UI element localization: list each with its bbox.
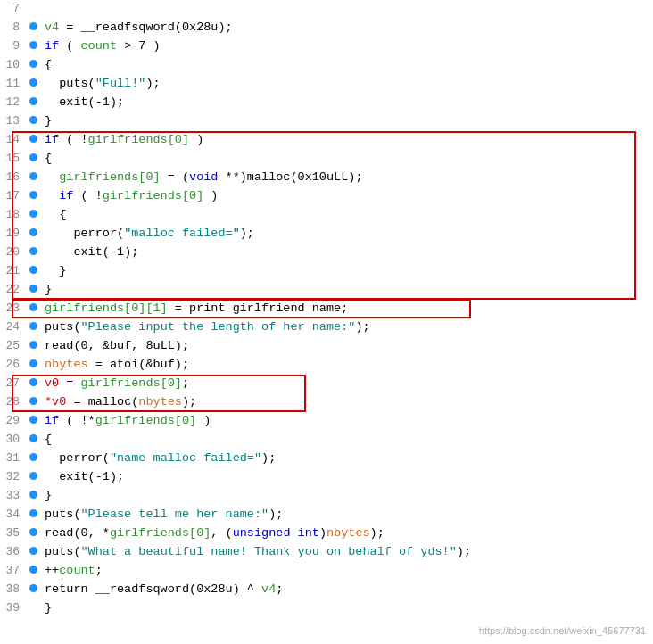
code-token: void <box>189 170 218 184</box>
breakpoint-dot[interactable] <box>27 356 39 375</box>
code-token: "malloc failed=" <box>124 227 240 240</box>
code-token: ; <box>276 582 283 596</box>
breakpoint-dot[interactable] <box>27 262 39 281</box>
code-line: perror("name malloc failed="); <box>39 450 653 468</box>
code-token: } <box>45 601 52 615</box>
code-token: "Please tell me her name:" <box>81 508 269 521</box>
table-row: 34puts("Please tell me her name:"); <box>0 506 653 524</box>
code-token: perror( <box>45 451 110 465</box>
code-line: girlfriends[0][1] = print girlfriend nam… <box>39 300 653 318</box>
code-token: ); <box>110 470 124 483</box>
breakpoint-dot[interactable] <box>27 562 39 581</box>
code-token: puts( <box>45 77 95 90</box>
code-token: puts( <box>45 545 81 558</box>
table-row: 24puts("Please input the length of her n… <box>0 318 653 337</box>
breakpoint-dot[interactable] <box>27 169 39 187</box>
code-token: nbytes <box>326 526 370 540</box>
code-token: nbytes <box>138 395 182 409</box>
breakpoint-dot[interactable] <box>27 337 39 356</box>
code-token: = atoi(&buf); <box>88 358 189 371</box>
code-token: if <box>45 39 59 53</box>
code-token: ++ <box>45 564 59 577</box>
breakpoint-dot[interactable] <box>27 37 39 56</box>
code-token: return __readfsqword(0x28u) ^ <box>45 582 261 596</box>
breakpoint-dot[interactable] <box>27 187 39 206</box>
table-row: 36puts("What a beautiful name! Thank you… <box>0 543 653 562</box>
breakpoint-dot[interactable] <box>27 94 39 112</box>
code-token: ( ! <box>59 133 87 146</box>
breakpoint-dot[interactable] <box>27 244 39 262</box>
code-token: if <box>45 189 73 202</box>
code-token: ); <box>124 245 138 259</box>
breakpoint-dot[interactable] <box>27 56 39 75</box>
table-row: 29if ( !*girlfriends[0] ) <box>0 412 653 431</box>
code-token: -1 <box>95 95 110 109</box>
code-line: if ( !*girlfriends[0] ) <box>39 412 653 431</box>
breakpoint-dot[interactable] <box>27 543 39 562</box>
code-line: puts("Please tell me her name:"); <box>39 506 653 524</box>
line-number: 33 <box>0 487 27 506</box>
breakpoint-dot[interactable] <box>27 225 39 244</box>
breakpoint-dot[interactable] <box>27 599 39 618</box>
breakpoint-dot[interactable] <box>27 300 39 318</box>
code-viewer: 78v4 = __readfsqword(0x28u);9if ( count … <box>0 0 653 644</box>
table-row: 22} <box>0 281 653 300</box>
breakpoint-dot[interactable] <box>27 281 39 300</box>
breakpoint-dot[interactable] <box>27 524 39 543</box>
code-token: ); <box>261 451 276 465</box>
code-line: } <box>39 281 653 300</box>
breakpoint-dot[interactable] <box>27 19 39 37</box>
code-token: **) <box>218 170 246 184</box>
code-token: ( ! <box>73 189 102 202</box>
breakpoint-dot[interactable] <box>27 150 39 169</box>
code-line: { <box>39 56 653 75</box>
code-token: *v0 <box>45 395 66 409</box>
table-row: 31 perror("name malloc failed="); <box>0 450 653 468</box>
code-token: ); <box>110 95 124 109</box>
code-token: ); <box>269 508 283 521</box>
breakpoint-dot[interactable] <box>27 506 39 524</box>
table-row: 37++count; <box>0 562 653 581</box>
code-token: read( <box>45 339 81 352</box>
code-token: ) <box>189 133 203 146</box>
code-token: ); <box>457 545 471 558</box>
table-row: 16 girlfriends[0] = (void **)malloc(0x10… <box>0 169 653 187</box>
table-row: 8v4 = __readfsqword(0x28u); <box>0 19 653 37</box>
breakpoint-dot[interactable] <box>27 206 39 225</box>
breakpoint-dot[interactable] <box>27 412 39 431</box>
table-row: 23girlfriends[0][1] = print girlfriend n… <box>0 300 653 318</box>
code-line: { <box>39 431 653 450</box>
breakpoint-dot[interactable] <box>27 375 39 393</box>
code-token: "name malloc failed=" <box>110 451 261 465</box>
table-row: 14if ( !girlfriends[0] ) <box>0 131 653 150</box>
code-token: puts( <box>45 320 81 334</box>
table-row: 32 exit(-1); <box>0 468 653 487</box>
code-token: , &buf, <box>88 339 146 352</box>
line-number: 28 <box>0 393 27 412</box>
code-token: -1 <box>95 470 110 483</box>
code-token: { <box>45 152 52 165</box>
breakpoint-dot[interactable] <box>27 487 39 506</box>
breakpoint-dot[interactable] <box>27 112 39 131</box>
code-token: ); <box>370 526 384 540</box>
code-token: puts( <box>45 508 81 521</box>
table-row: 11 puts("Full!"); <box>0 75 653 94</box>
code-token: } <box>45 114 52 128</box>
breakpoint-dot[interactable] <box>27 75 39 94</box>
code-token: read( <box>45 526 81 540</box>
breakpoint-dot[interactable] <box>27 450 39 468</box>
breakpoint-dot[interactable] <box>27 468 39 487</box>
breakpoint-dot[interactable] <box>27 131 39 150</box>
breakpoint-dot[interactable] <box>27 431 39 450</box>
code-line: } <box>39 487 653 506</box>
watermark: https://blog.csdn.net/weixin_45677731 <box>479 623 646 639</box>
breakpoint-dot[interactable] <box>27 393 39 412</box>
code-line: { <box>39 206 653 225</box>
breakpoint-dot[interactable] <box>27 318 39 337</box>
line-number: 24 <box>0 318 27 337</box>
breakpoint-dot[interactable] <box>27 0 39 19</box>
line-number: 14 <box>0 131 27 150</box>
code-token: 0 <box>81 526 88 540</box>
breakpoint-dot[interactable] <box>27 581 39 599</box>
code-token: nbytes <box>45 358 88 371</box>
